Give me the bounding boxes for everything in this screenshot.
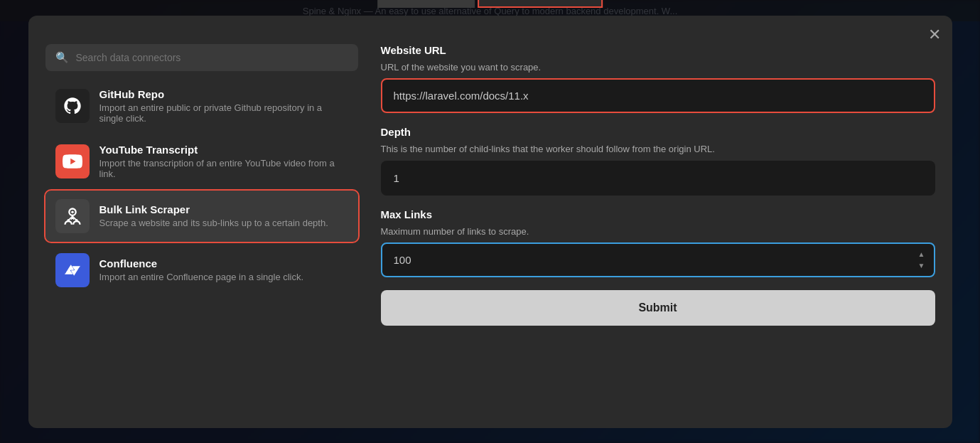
max-links-input-wrapper: ▲ ▼ [381,242,935,277]
search-icon: 🔍 [55,51,69,64]
max-links-label: Max Links [381,208,935,220]
confluence-connector-text: Confluence Import an entire Confluence p… [99,257,304,282]
connector-item-github[interactable]: GitHub Repo Import an entire public or p… [45,80,358,132]
max-links-input[interactable] [381,242,935,277]
search-input[interactable] [76,52,348,63]
github-connector-text: GitHub Repo Import an entire public or p… [99,88,348,124]
left-panel: 🔍 GitHub Re [45,44,358,411]
confluence-icon [55,253,90,287]
connector-item-bulk-link-scraper[interactable]: Bulk Link Scraper Scrape a website and i… [45,191,358,242]
depth-group: Depth This is the number of child-links … [381,126,935,196]
bulk-link-scraper-text: Bulk Link Scraper Scrape a website and i… [99,203,328,228]
submit-button[interactable]: Submit [381,290,935,326]
close-button[interactable]: ✕ [928,27,941,43]
depth-description: This is the number of child-links that t… [381,142,935,156]
website-url-group: Website URL URL of the website you want … [381,44,935,114]
max-links-group: Max Links Maximum number of links to scr… [381,208,935,278]
spinner-up[interactable]: ▲ [915,250,928,260]
connector-list: GitHub Repo Import an entire public or p… [45,80,358,296]
tab-data-connectors[interactable]: Data Connectors [478,0,603,8]
confluence-desc: Import an entire Confluence page in a si… [99,272,304,282]
number-spinners: ▲ ▼ [915,250,928,271]
youtube-desc: Import the transcription of an entire Yo… [99,158,348,179]
spinner-down[interactable]: ▼ [915,261,928,271]
svg-point-2 [71,210,74,213]
github-icon [55,89,90,123]
right-panel: Website URL URL of the website you want … [381,44,935,411]
website-url-description: URL of the website you want to scrape. [381,60,935,75]
github-name: GitHub Repo [99,88,348,100]
website-url-input[interactable] [381,78,935,113]
youtube-name: YouTube Transcript [99,144,348,156]
bulk-link-scraper-desc: Scrape a website and its sub-links up to… [99,218,328,228]
bulk-link-scraper-name: Bulk Link Scraper [99,203,328,215]
depth-label: Depth [381,126,935,138]
max-links-description: Maximum number of links to scrape. [381,225,935,239]
youtube-icon [55,144,90,178]
confluence-name: Confluence [99,257,304,269]
connector-item-confluence[interactable]: Confluence Import an entire Confluence p… [45,245,358,296]
website-url-label: Website URL [381,44,935,56]
search-bar: 🔍 [45,44,358,71]
connector-item-youtube[interactable]: YouTube Transcript Import the transcript… [45,135,358,188]
github-desc: Import an entire public or private Githu… [99,102,348,124]
bulk-link-scraper-icon [55,199,90,233]
depth-input[interactable] [381,161,935,196]
tab-documents[interactable]: Documents [377,0,475,8]
youtube-connector-text: YouTube Transcript Import the transcript… [99,144,348,179]
